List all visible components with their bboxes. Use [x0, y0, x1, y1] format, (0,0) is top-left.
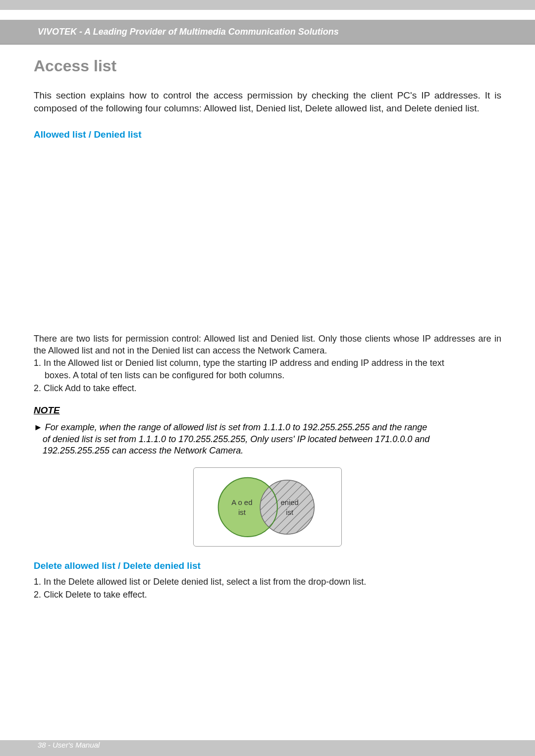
section2-step1: 1. In the Delete allowed list or Delete …: [34, 576, 501, 588]
venn-diagram-wrap: A o ed ist enied ist: [34, 467, 501, 547]
denied-label-2: ist: [286, 509, 294, 517]
note-line2: of denied list is set from 1.1.1.0 to 17…: [34, 434, 501, 445]
note-line1: ► For example, when the range of allowed…: [34, 422, 501, 433]
section-delete-heading: Delete allowed list / Delete denied list: [34, 560, 501, 571]
venn-svg: A o ed ist enied ist: [194, 468, 341, 547]
section-allowed-denied-heading: Allowed list / Denied list: [34, 129, 501, 140]
header-brand-text: VIVOTEK - A Leading Provider of Multimed…: [38, 27, 339, 37]
page-title: Access list: [34, 57, 501, 75]
allowed-label-1: A o ed: [231, 499, 252, 507]
section1-step2: 2. Click Add to take effect.: [34, 383, 501, 394]
section1-step1-line2: boxes. A total of ten lists can be confi…: [34, 370, 501, 381]
document-page: VIVOTEK - A Leading Provider of Multimed…: [0, 0, 535, 756]
allowed-label-2: ist: [238, 509, 246, 517]
intro-paragraph: This section explains how to control the…: [34, 89, 501, 114]
screenshot-placeholder: [34, 145, 501, 333]
denied-circle: [260, 480, 314, 534]
venn-diagram-box: A o ed ist enied ist: [193, 467, 342, 547]
section1-step1-line1: 1. In the Allowed list or Denied list co…: [34, 357, 501, 369]
denied-label-1: enied: [280, 499, 298, 507]
content-area: Access list This section explains how to…: [34, 57, 501, 601]
section2-step2: 2. Click Delete to take effect.: [34, 589, 501, 601]
note-line3: 192.255.255.255 can access the Network C…: [34, 445, 501, 456]
section1-paragraph: There are two lists for permission contr…: [34, 333, 501, 356]
note-heading: NOTE: [34, 405, 501, 416]
footer-text: 38 - User's Manual: [38, 741, 100, 749]
header-bar: VIVOTEK - A Leading Provider of Multimed…: [0, 20, 535, 45]
